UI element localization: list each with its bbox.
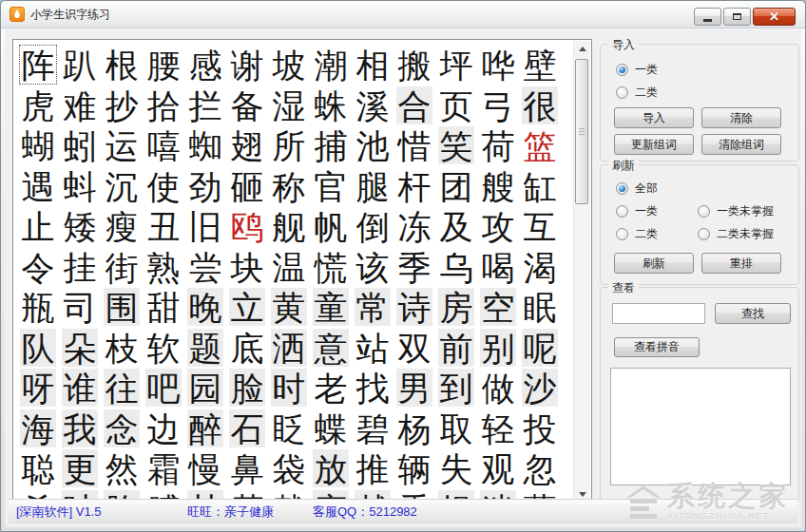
char-cell[interactable]: 眠 xyxy=(522,288,558,326)
char-cell[interactable]: 令 xyxy=(20,248,56,286)
char-cell[interactable]: 弓 xyxy=(480,86,516,124)
char-cell[interactable]: 穿 xyxy=(313,490,349,500)
char-cell[interactable]: 页 xyxy=(438,86,474,124)
char-cell[interactable]: 攻 xyxy=(480,207,516,245)
char-cell[interactable]: 运 xyxy=(104,126,140,164)
char-cell[interactable]: 别 xyxy=(480,329,516,367)
char-cell[interactable]: 使 xyxy=(145,167,182,205)
char-cell[interactable]: 脸 xyxy=(229,369,265,407)
char-cell[interactable]: 男 xyxy=(396,369,432,407)
char-cell[interactable]: 推 xyxy=(355,449,391,487)
char-cell[interactable]: 笑 xyxy=(438,126,474,164)
char-cell[interactable]: 石 xyxy=(229,409,265,447)
char-cell[interactable]: 腰 xyxy=(145,46,182,84)
char-cell[interactable]: 眨 xyxy=(271,409,307,447)
char-cell[interactable]: 吵 xyxy=(62,490,98,500)
minimize-button[interactable] xyxy=(694,8,721,26)
char-cell[interactable]: 观 xyxy=(480,449,516,487)
char-cell[interactable]: 呀 xyxy=(20,369,56,407)
char-cell[interactable]: 篮 xyxy=(522,126,558,164)
char-cell[interactable]: 晚 xyxy=(187,288,223,326)
char-cell[interactable]: 砸 xyxy=(229,167,265,205)
char-cell[interactable]: 该 xyxy=(355,248,391,286)
char-cell[interactable]: 往 xyxy=(104,369,140,407)
char-cell[interactable]: 呢 xyxy=(522,329,558,367)
char-cell[interactable]: 站 xyxy=(355,329,391,367)
char-cell[interactable]: 洒 xyxy=(271,329,307,367)
char-cell[interactable]: 房 xyxy=(438,288,474,326)
radio-refresh-class2-unmastered[interactable]: 二类未掌握 xyxy=(698,226,774,242)
char-cell[interactable]: 止 xyxy=(20,207,56,245)
char-cell[interactable]: 聪 xyxy=(20,449,56,487)
radio-refresh-class1[interactable]: 一类 xyxy=(616,203,658,219)
char-cell[interactable]: 戴 xyxy=(271,490,307,500)
char-cell[interactable]: 常 xyxy=(355,288,391,326)
char-cell[interactable]: 遇 xyxy=(20,167,56,205)
radio-refresh-class2[interactable]: 二类 xyxy=(616,226,658,242)
char-cell[interactable]: 谁 xyxy=(62,369,98,407)
char-cell[interactable]: 丑 xyxy=(145,207,182,245)
char-cell[interactable]: 慌 xyxy=(313,248,349,286)
find-button[interactable]: 查找 xyxy=(715,303,791,324)
char-cell[interactable]: 虎 xyxy=(20,86,56,124)
radio-refresh-all[interactable]: 全部 xyxy=(616,180,658,197)
char-cell[interactable]: 坪 xyxy=(438,46,474,84)
char-cell[interactable]: 蜘 xyxy=(187,126,223,164)
char-cell[interactable]: 胳 xyxy=(104,490,140,500)
char-cell[interactable]: 越 xyxy=(355,490,391,500)
char-cell[interactable]: 瘦 xyxy=(104,207,140,245)
import-button[interactable]: 导入 xyxy=(614,107,694,128)
char-cell[interactable]: 蛛 xyxy=(313,86,349,124)
char-cell[interactable]: 碧 xyxy=(355,409,391,447)
char-cell[interactable]: 湿 xyxy=(271,86,307,124)
char-cell[interactable]: 我 xyxy=(62,409,98,447)
char-cell[interactable]: 倒 xyxy=(355,207,391,245)
char-cell[interactable]: 腿 xyxy=(355,167,391,205)
char-cell[interactable]: 池 xyxy=(355,126,391,164)
char-cell[interactable]: 捕 xyxy=(313,126,349,164)
radio-import-class1[interactable]: 一类 xyxy=(616,62,658,78)
char-cell[interactable]: 感 xyxy=(187,46,223,84)
char-cell[interactable]: 老 xyxy=(313,369,349,407)
maximize-button[interactable] xyxy=(723,8,751,26)
char-cell[interactable]: 拦 xyxy=(187,86,223,124)
char-cell[interactable]: 甘 xyxy=(187,490,223,500)
char-cell[interactable]: 蚓 xyxy=(62,126,98,164)
char-cell[interactable]: 失 xyxy=(438,449,474,487)
char-cell[interactable]: 拾 xyxy=(145,86,182,124)
char-cell[interactable]: 忽 xyxy=(522,449,558,487)
char-cell[interactable]: 甜 xyxy=(145,288,182,326)
char-cell[interactable]: 惜 xyxy=(396,126,432,164)
char-cell[interactable]: 捉 xyxy=(438,490,474,500)
scroll-up-button[interactable] xyxy=(574,41,590,56)
char-cell[interactable]: 矮 xyxy=(62,207,98,245)
radio-import-class2[interactable]: 二类 xyxy=(616,85,658,101)
char-cell[interactable]: 然 xyxy=(104,449,140,487)
scrollbar-thumb[interactable] xyxy=(575,59,588,204)
char-cell[interactable]: 荷 xyxy=(480,126,516,164)
char-cell[interactable]: 熟 xyxy=(145,248,182,286)
char-cell[interactable]: 双 xyxy=(396,329,432,367)
char-cell[interactable]: 备 xyxy=(229,86,265,124)
char-cell[interactable]: 取 xyxy=(438,409,474,447)
char-cell[interactable]: 轻 xyxy=(480,409,516,447)
char-cell[interactable]: 前 xyxy=(438,329,474,367)
char-cell[interactable]: 围 xyxy=(104,288,140,326)
char-cell[interactable]: 艘 xyxy=(480,167,516,205)
char-cell[interactable]: 阵 xyxy=(20,46,56,84)
char-cell[interactable]: 朵 xyxy=(62,329,98,367)
rearrange-button[interactable]: 重排 xyxy=(701,253,781,274)
char-cell[interactable]: 帆 xyxy=(313,207,349,245)
char-cell[interactable]: 壁 xyxy=(522,46,558,84)
vertical-scrollbar[interactable] xyxy=(573,41,590,502)
char-cell[interactable]: 溪 xyxy=(355,86,391,124)
char-cell[interactable]: 鸥 xyxy=(229,207,265,245)
char-cell[interactable]: 潮 xyxy=(313,46,349,84)
char-cell[interactable]: 做 xyxy=(480,369,516,407)
refresh-button[interactable]: 刷新 xyxy=(614,253,694,274)
char-cell[interactable]: 空 xyxy=(480,288,516,326)
char-cell[interactable]: 难 xyxy=(62,86,98,124)
char-cell[interactable]: 根 xyxy=(104,46,140,84)
char-cell[interactable]: 醉 xyxy=(187,409,223,447)
char-cell[interactable]: 藏 xyxy=(522,490,558,500)
